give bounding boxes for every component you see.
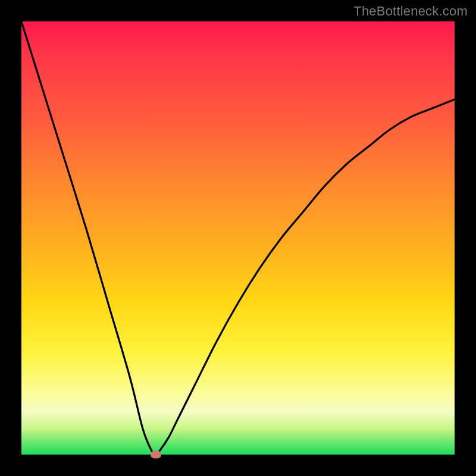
min-marker-icon: [151, 451, 161, 459]
plot-area: [21, 21, 455, 455]
bottleneck-curve: [21, 21, 455, 455]
watermark-text: TheBottleneck.com: [353, 4, 468, 19]
chart-frame: TheBottleneck.com: [0, 0, 476, 476]
